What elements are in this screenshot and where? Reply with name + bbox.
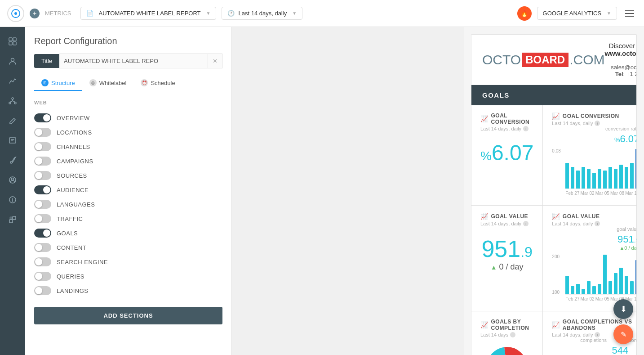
title-row: Title ✕ xyxy=(34,54,222,68)
toggle-row-sources: SOURCES xyxy=(34,168,222,183)
donut-chart-area xyxy=(480,337,533,355)
bar-4 xyxy=(587,281,591,294)
completion-subtitle: Last 14 days i xyxy=(480,332,533,337)
bar-1 xyxy=(571,167,574,189)
toggle-row-languages: LANGUAGES xyxy=(34,197,222,211)
svg-point-12 xyxy=(12,178,14,180)
y-label-200: 200 xyxy=(552,254,560,259)
fire-icon[interactable]: 🔥 xyxy=(517,6,532,21)
top-navigation: + METRICS 📄 AUTOMATED WHITE LABEL REPORT… xyxy=(0,0,644,27)
toggle-campaigns[interactable] xyxy=(34,157,51,166)
bars-goal-value xyxy=(565,254,637,295)
tab-whitelabel-label: Whitelabel xyxy=(99,80,127,86)
charts-grid: 📈 GOAL CONVERSION Last 14 days, daily i … xyxy=(471,105,636,355)
add-button[interactable]: + xyxy=(30,9,40,18)
bar-0 xyxy=(565,163,569,189)
bar-10 xyxy=(619,165,623,189)
hamburger-line-3 xyxy=(625,16,634,17)
toggle-row-overview: OVERVIEW xyxy=(34,111,222,125)
download-fab[interactable]: ⬇ xyxy=(613,299,633,319)
sidebar-icon-connections[interactable] xyxy=(4,92,22,110)
toggle-search-engine[interactable] xyxy=(34,257,51,266)
brand-com: .COM xyxy=(569,52,604,67)
app-logo[interactable] xyxy=(7,5,24,22)
bar-0 xyxy=(565,276,569,294)
edit-fab[interactable]: ✎ xyxy=(613,324,633,344)
sidebar-icon-editor[interactable] xyxy=(4,112,22,130)
tab-schedule[interactable]: ⏰ Schedule xyxy=(133,76,182,91)
x-label-5: Mar 11 xyxy=(625,191,637,196)
title-tab[interactable]: Title xyxy=(34,54,59,68)
svg-rect-2 xyxy=(9,38,12,41)
add-sections-button[interactable]: ADD SECTIONS xyxy=(34,307,222,324)
sidebar-icon-profile[interactable] xyxy=(4,171,22,189)
sidebar-icon-people[interactable] xyxy=(4,52,22,70)
sidebar-icon-info[interactable] xyxy=(4,191,22,209)
structure-tabs: ⊞ Structure ◎ Whitelabel ⏰ Schedule xyxy=(34,76,222,91)
hamburger-line-2 xyxy=(625,13,634,14)
toggle-row-goals: GOALS xyxy=(34,226,222,240)
bar-1 xyxy=(571,286,574,294)
pct-prefix: % xyxy=(614,136,620,144)
time-range-label: Last 14 days, daily xyxy=(238,10,287,17)
bar-7 xyxy=(603,171,607,189)
toggle-traffic[interactable] xyxy=(34,214,51,223)
toggle-row-audience: AUDIENCE xyxy=(34,183,222,197)
report-dropdown-arrow: ▼ xyxy=(206,11,211,16)
toggle-audience[interactable] xyxy=(34,185,51,194)
tab-whitelabel[interactable]: ◎ Whitelabel xyxy=(82,76,134,91)
completions-label: completions xyxy=(580,337,607,343)
brand-contact: Email: sales@octoboard.com, Tel: +1 212-… xyxy=(604,57,637,77)
toggle-sources[interactable] xyxy=(34,171,51,180)
chart-goal-value-left: 📈 GOAL VALUE Last 14 days, daily i 951.9… xyxy=(471,206,542,311)
y-labels-conversion: 0.08 xyxy=(552,148,560,189)
sidebar-icon-analytics[interactable] xyxy=(4,72,22,90)
toggle-label-locations: LOCATIONS xyxy=(57,129,92,136)
toggle-row-locations: LOCATIONS xyxy=(34,125,222,139)
bar-2 xyxy=(576,171,580,189)
tab-structure[interactable]: ⊞ Structure xyxy=(34,76,82,91)
sidebar-icon-tasks[interactable] xyxy=(4,131,22,149)
bar-11 xyxy=(625,276,628,294)
toggle-label-audience: AUDIENCE xyxy=(57,187,89,193)
info-dot-right: i xyxy=(595,121,600,126)
bar-12 xyxy=(630,281,634,294)
toggle-goals[interactable] xyxy=(34,229,51,238)
analytics-dropdown-arrow: ▼ xyxy=(607,11,611,16)
report-preview: OCTO BOARD .COM Discover Your Data - www… xyxy=(471,34,637,355)
brand-logo: OCTO BOARD .COM xyxy=(482,52,604,67)
toggle-languages[interactable] xyxy=(34,200,51,209)
toggle-list: OVERVIEWLOCATIONSCHANNELSCAMPAIGNSSOURCE… xyxy=(34,111,222,298)
toggle-queries[interactable] xyxy=(34,272,51,281)
analytics-selector[interactable]: GOOGLE ANALYTICS ▼ xyxy=(537,7,617,20)
sidebar-icon-brush[interactable] xyxy=(4,151,22,169)
chart-title-text-right: GOAL CONVERSION xyxy=(563,113,619,119)
title-clear-button[interactable]: ✕ xyxy=(208,54,222,68)
x-label-gv-3: Mar 05 xyxy=(595,297,609,301)
report-selector[interactable]: 📄 AUTOMATED WHITE LABEL REPORT ▼ xyxy=(80,7,217,20)
toggle-row-content: CONTENT xyxy=(34,240,222,255)
toggle-channels[interactable] xyxy=(34,142,51,151)
time-range-selector[interactable]: 🕐 Last 14 days, daily ▼ xyxy=(222,7,302,20)
goal-conversion-value: %6.07 xyxy=(480,141,533,165)
x-label-3: Mar 05 xyxy=(595,191,609,196)
brand-tagline: Discover Your Data - www.octoboard.com xyxy=(604,42,637,57)
toggle-content[interactable] xyxy=(34,243,51,252)
sidebar-icon-plugins[interactable] xyxy=(4,211,22,229)
toggle-overview[interactable] xyxy=(34,113,51,122)
svg-point-6 xyxy=(11,58,14,62)
info-dot: i xyxy=(523,126,529,131)
toggle-row-channels: CHANNELS xyxy=(34,139,222,154)
svg-rect-14 xyxy=(9,220,13,223)
toggle-label-overview: OVERVIEW xyxy=(57,115,90,121)
completion-icon: 📈 xyxy=(480,321,489,328)
y-label-top: 0.08 xyxy=(552,148,560,153)
sidebar-icon-dashboard[interactable] xyxy=(4,32,22,50)
hamburger-menu[interactable] xyxy=(622,8,637,19)
toggle-landings[interactable] xyxy=(34,286,51,295)
title-input[interactable] xyxy=(59,54,208,68)
toggle-locations[interactable] xyxy=(34,128,51,137)
goal-value-icon-left: 📈 xyxy=(480,213,489,220)
hamburger-line-1 xyxy=(625,10,634,11)
document-icon: 📄 xyxy=(86,10,93,17)
